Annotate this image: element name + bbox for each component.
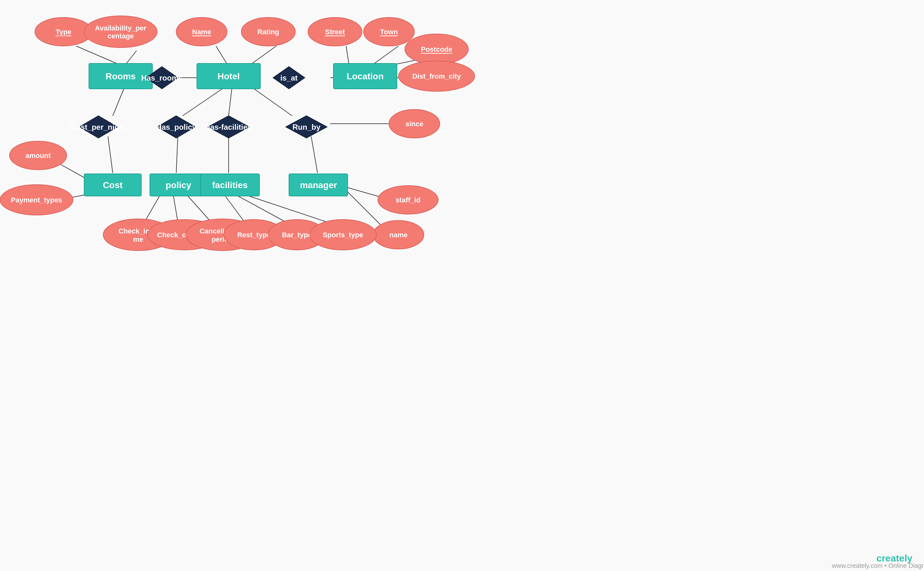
- attr-postcode-label: Postcode: [421, 45, 452, 53]
- entity-cost-label: Cost: [103, 180, 122, 190]
- attr-check-in-line2: me: [133, 235, 143, 243]
- entity-hotel-label: Hotel: [218, 71, 240, 81]
- relation-has-facilities-label: has-facilities: [206, 123, 251, 131]
- entity-rooms-label: Rooms: [106, 71, 136, 81]
- attr-dist-from-city-label: Dist_from_city: [412, 73, 461, 80]
- attr-staff-id-label: staff_id: [396, 196, 420, 204]
- attr-bar-type-label: Bar_type: [282, 231, 312, 239]
- attr-manager-name-label: name: [389, 231, 407, 239]
- attr-sports-type-label: Sports_type: [323, 231, 363, 239]
- attr-town-label: Town: [380, 28, 398, 36]
- entity-policy-label: policy: [166, 180, 192, 190]
- attr-since-label: since: [406, 120, 423, 128]
- attr-avail-line2: centage: [107, 32, 134, 40]
- relation-has-rooms-label: Has_rooms: [141, 74, 183, 82]
- watermark-url: www.creately.com • Online Diagrams: [831, 562, 924, 569]
- attr-amount-label: amount: [25, 152, 51, 160]
- attr-avail-line1: Availability_per: [95, 24, 146, 32]
- attr-street-label: Street: [325, 28, 345, 36]
- attr-payment-types-label: Payment_types: [11, 196, 62, 204]
- entity-facilities-label: facilities: [212, 180, 248, 190]
- attr-rating-label: Rating: [257, 28, 279, 36]
- relation-has-policy-label: Has_policy: [156, 123, 197, 131]
- relation-run-by-label: Run_by: [293, 123, 321, 131]
- entity-location-label: Location: [347, 71, 384, 81]
- er-diagram: Rooms Hotel Location Cost policy facilit…: [0, 0, 924, 571]
- relation-is-at-label: is_at: [280, 74, 298, 82]
- attr-rest-type-label: Rest_type: [237, 231, 271, 239]
- attr-type-label: Type: [56, 28, 71, 36]
- attr-name-label: Name: [192, 28, 211, 36]
- relation-cost-per-night-label: Cost_per_night: [71, 123, 126, 131]
- entity-manager-label: manager: [300, 180, 337, 190]
